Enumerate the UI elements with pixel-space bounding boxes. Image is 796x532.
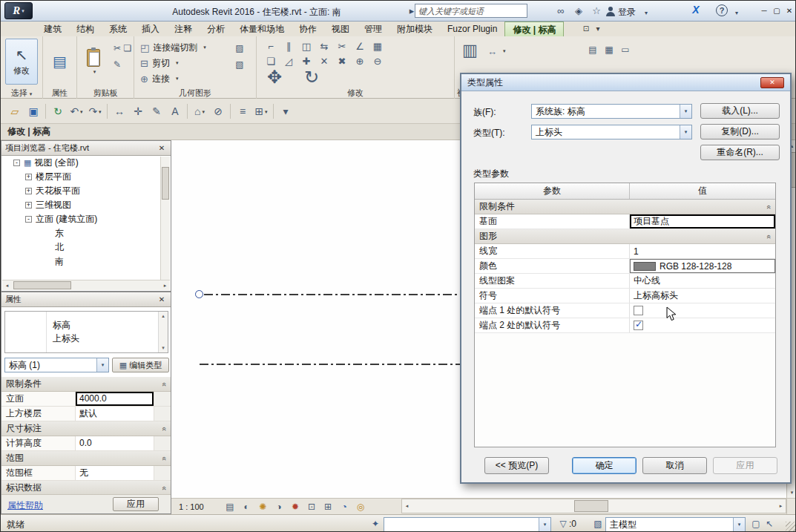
tree-item-floor-plans[interactable]: + 楼层平面 bbox=[1, 170, 160, 184]
save-icon[interactable]: ▣ bbox=[27, 105, 40, 117]
aligned-dimension-icon[interactable]: ✛ bbox=[131, 105, 145, 117]
show-crop-region-icon[interactable]: ⊞ bbox=[321, 500, 335, 513]
tag-icon[interactable]: ✎ bbox=[150, 105, 163, 117]
scale-icon[interactable]: ◿ bbox=[280, 54, 297, 69]
split-icon[interactable]: ✂ bbox=[334, 39, 350, 54]
duplicate-button[interactable]: 复制(D)... bbox=[700, 124, 780, 139]
legend-icon[interactable]: ▤ bbox=[587, 44, 599, 56]
tree-vertical-scrollbar[interactable] bbox=[160, 157, 170, 280]
level-head-circle[interactable] bbox=[195, 290, 203, 298]
panel-select-label[interactable]: 选择▾ bbox=[1, 88, 42, 99]
exchange-apps-button[interactable]: X bbox=[689, 4, 703, 16]
tree-item-east[interactable]: 东 bbox=[1, 226, 160, 240]
customize-qat-icon[interactable]: ▾ bbox=[279, 105, 292, 117]
worksets-icon[interactable]: ✦ bbox=[369, 518, 381, 530]
edit-type-button[interactable]: ▦ 编辑类型 bbox=[112, 358, 169, 372]
match-type-icon[interactable]: ✎ bbox=[111, 59, 123, 70]
base-plane-value-cell[interactable]: 项目基点 bbox=[630, 214, 775, 229]
type-combobox[interactable]: 上标头 ▾ bbox=[531, 125, 692, 139]
canvas-horizontal-scrollbar[interactable]: ◂ ▸ bbox=[401, 499, 786, 513]
exclude-options-icon[interactable]: ▢ bbox=[750, 518, 762, 530]
combobox-caret-icon[interactable]: ▾ bbox=[733, 518, 745, 531]
undo-icon[interactable]: ↶ bbox=[70, 105, 83, 117]
offset-icon[interactable]: ∥ bbox=[280, 39, 297, 54]
crop-view-icon[interactable]: ⊡ bbox=[305, 500, 318, 513]
symbol-value-cell[interactable]: 上标高标头 bbox=[630, 289, 775, 303]
visual-style-icon[interactable]: ◐ bbox=[240, 500, 253, 513]
sync-icon[interactable]: ↻ bbox=[51, 105, 65, 117]
row-base-plane[interactable]: 基面 项目基点 bbox=[475, 214, 775, 229]
help-caret-icon[interactable]: ▾ bbox=[732, 7, 741, 19]
load-button[interactable]: 载入(L)... bbox=[700, 103, 780, 119]
wall-joins-icon[interactable]: ▨ bbox=[234, 42, 246, 54]
computation-height-value-cell[interactable]: 0.0 bbox=[76, 436, 154, 450]
row-color[interactable]: 颜色 RGB 128-128-128 bbox=[475, 259, 775, 274]
dialog-close-button[interactable]: ✕ bbox=[760, 77, 784, 88]
tab-structure[interactable]: 结构 bbox=[69, 22, 102, 36]
detail-level-icon[interactable]: ▤ bbox=[223, 500, 237, 513]
type-selector-scrollbar[interactable]: ▴ ▾ bbox=[158, 312, 168, 352]
combobox-caret-icon[interactable]: ▾ bbox=[680, 125, 691, 139]
paste-button[interactable]: ▾ bbox=[81, 39, 106, 84]
row-symbol[interactable]: 符号 上标高标头 bbox=[475, 289, 775, 303]
preview-button[interactable]: << 预览(P) bbox=[484, 457, 549, 474]
scroll-down-icon[interactable]: ▾ bbox=[162, 345, 165, 351]
row-computation-height[interactable]: 计算高度0.0 bbox=[1, 436, 171, 451]
tab-insert[interactable]: 插入 bbox=[134, 22, 167, 36]
tree-collapse-toggle[interactable]: - bbox=[25, 216, 32, 223]
tree-item-south[interactable]: 南 bbox=[1, 254, 160, 269]
endpoint-2-checkbox[interactable] bbox=[634, 321, 643, 330]
measure-tool-icon[interactable]: ↔ bbox=[113, 105, 126, 117]
scale-button[interactable]: 1 : 100 bbox=[179, 499, 204, 515]
row-endpoint-2[interactable]: 端点 2 处的默认符号 bbox=[475, 318, 775, 333]
cope-button[interactable]: ◰连接端切割▾ bbox=[140, 40, 206, 55]
sheet-icon[interactable]: ▭ bbox=[619, 44, 631, 56]
text-icon[interactable]: A bbox=[168, 105, 182, 117]
reveal-hidden-elements-icon[interactable]: ◎ bbox=[354, 500, 367, 513]
endpoint-1-checkbox[interactable] bbox=[634, 306, 643, 315]
trim-extend-icon[interactable]: ∠ bbox=[352, 39, 368, 54]
color-value-cell[interactable]: RGB 128-128-128 bbox=[630, 259, 775, 273]
cut-geometry-button[interactable]: ⊟剪切▾ bbox=[140, 56, 178, 70]
tab-view[interactable]: 视图 bbox=[324, 22, 357, 36]
drag-on-selection-icon[interactable]: ↖ bbox=[763, 518, 775, 530]
line-weight-value-cell[interactable]: 1 bbox=[630, 244, 775, 258]
properties-header[interactable]: 属性 ✕ bbox=[1, 292, 171, 307]
resize-grip[interactable] bbox=[786, 522, 795, 531]
unjoin-icon[interactable]: ⊖ bbox=[369, 54, 386, 69]
shadows-icon[interactable]: ◑ bbox=[272, 500, 286, 513]
favorites-icon[interactable]: ☆ bbox=[588, 5, 605, 17]
schedule-icon[interactable]: ▦ bbox=[603, 44, 615, 56]
properties-close-icon[interactable]: ✕ bbox=[157, 295, 167, 303]
filter-icon[interactable]: ▽ bbox=[557, 518, 569, 530]
scrollbar-thumb[interactable] bbox=[574, 500, 608, 512]
cancel-button[interactable]: 取消 bbox=[642, 457, 707, 474]
join-geometry-button[interactable]: ⊕连接▾ bbox=[140, 71, 178, 86]
scrollbar-thumb[interactable] bbox=[13, 281, 71, 289]
tree-item-views[interactable]: - ▦ 视图 (全部) bbox=[1, 156, 160, 170]
tab-manage[interactable]: 管理 bbox=[357, 22, 389, 36]
scroll-up-icon[interactable]: ▴ bbox=[162, 313, 165, 319]
tab-collaborate[interactable]: 协作 bbox=[292, 22, 324, 36]
tree-item-3d-views[interactable]: + 三维视图 bbox=[1, 198, 160, 212]
properties-apply-button[interactable]: 应用 bbox=[113, 497, 159, 511]
scroll-right-icon[interactable]: ▸ bbox=[776, 501, 786, 510]
search-input[interactable] bbox=[415, 4, 527, 18]
tree-collapse-toggle[interactable]: - bbox=[13, 160, 20, 166]
tab-systems[interactable]: 系统 bbox=[102, 22, 134, 36]
instance-selector-combobox[interactable]: 标高 (1) ▾ bbox=[4, 358, 109, 372]
tree-expand-toggle[interactable]: + bbox=[25, 202, 32, 208]
tab-fuzor-plugin[interactable]: Fuzor Plugin bbox=[440, 22, 504, 36]
scroll-down-icon[interactable]: ▾ bbox=[787, 487, 796, 497]
tab-massing-site[interactable]: 体量和场地 bbox=[232, 22, 292, 36]
properties-help-link[interactable]: 属性帮助 bbox=[7, 499, 43, 512]
scroll-left-icon[interactable]: ◂ bbox=[402, 501, 412, 510]
mirror-draw-axis-icon[interactable]: ⇆ bbox=[316, 39, 332, 54]
row-line-weight[interactable]: 线宽 1 bbox=[475, 244, 775, 259]
rotate-icon[interactable]: ↻ bbox=[304, 68, 319, 87]
combobox-caret-icon[interactable]: ▾ bbox=[680, 105, 691, 118]
copy-icon[interactable]: ❏ bbox=[122, 42, 134, 54]
sun-path-icon[interactable]: ✺ bbox=[256, 500, 269, 513]
delete-icon[interactable]: ✖ bbox=[334, 54, 350, 69]
align-icon[interactable]: ⌐ bbox=[263, 39, 279, 54]
